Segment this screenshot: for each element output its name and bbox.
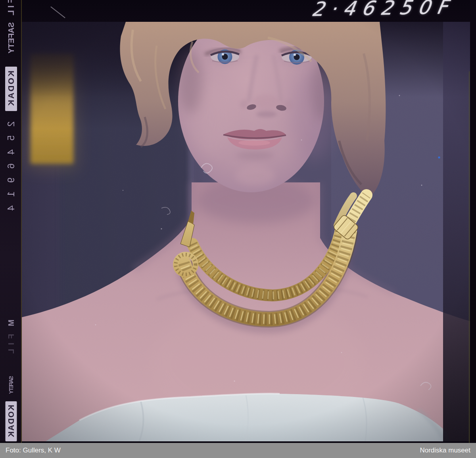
caption-photographer: Foto: Gullers, K W [6, 447, 61, 454]
film-brand-fragment: SAFETY [6, 22, 15, 54]
film-brand-fragment: KODAK [5, 401, 17, 441]
film-brand-fragment: M [6, 320, 15, 326]
film-brand-fragment: KODAK [5, 67, 17, 111]
film-scan: FIL SAFETY KODAK 2546914 M FIL SAFETY KO… [0, 0, 476, 458]
caption-bar: Foto: Gullers, K W Nordiska museet [0, 443, 476, 458]
film-brand-fragment: FIL [6, 334, 15, 358]
film-edge-line [469, 71, 470, 443]
film-brand-fragment: FIL [6, 0, 16, 18]
caption-museum: Nordiska museet [420, 447, 470, 454]
film-right-edge [470, 0, 476, 443]
portrait-illustration [22, 22, 470, 441]
film-brand-fragment: SAFETY [8, 376, 14, 393]
photograph [22, 22, 470, 441]
film-edge-line [21, 0, 22, 443]
film-left-edge: FIL SAFETY KODAK 2546914 M FIL SAFETY KO… [0, 0, 22, 443]
film-frame-numbers: 2546914 [6, 121, 17, 219]
handwritten-frame-id: 2·46250F [310, 0, 456, 21]
